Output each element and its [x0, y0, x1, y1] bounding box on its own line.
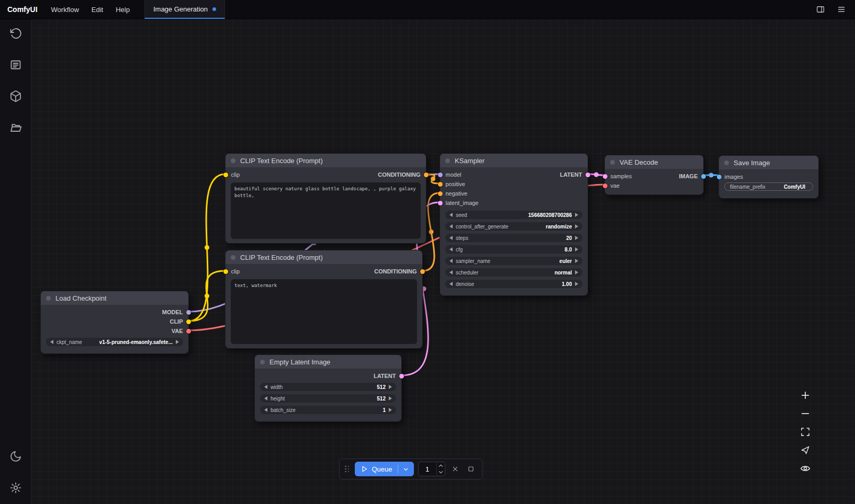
widget-scheduler[interactable]: scheduler normal: [445, 268, 582, 277]
input-clip[interactable]: clip: [231, 268, 240, 274]
output-latent[interactable]: LATENT: [374, 373, 396, 379]
clip-port-dot[interactable]: [186, 319, 191, 324]
widget-filename-prefix[interactable]: filename_prefix ComfyUI: [724, 182, 813, 191]
increment-arrow-icon[interactable]: [575, 224, 578, 228]
increment-arrow-icon[interactable]: [575, 259, 578, 263]
increment-arrow-icon[interactable]: [575, 247, 578, 251]
chevron-down-icon[interactable]: [402, 465, 410, 473]
output-conditioning[interactable]: CONDITIONING: [374, 268, 417, 274]
clip-port-dot[interactable]: [223, 173, 228, 177]
input-vae[interactable]: vae: [611, 182, 620, 189]
node-header[interactable]: KSampler: [440, 154, 588, 167]
collapse-dot[interactable]: [260, 360, 265, 364]
image-port-dot[interactable]: [717, 175, 722, 179]
collapse-dot[interactable]: [46, 296, 51, 301]
widget-denoise[interactable]: denoise 1.00: [445, 280, 582, 288]
widget-seed[interactable]: seed 156680208700286: [445, 211, 582, 219]
batch-count-value[interactable]: 1: [419, 462, 436, 476]
zoom-out-minus-icon[interactable]: [800, 408, 811, 419]
input-samples[interactable]: samples: [611, 173, 632, 179]
decrement-arrow-icon[interactable]: [264, 408, 267, 412]
node-clip-text-encode-negative[interactable]: CLIP Text Encode (Prompt) clip CONDITION…: [225, 250, 423, 349]
output-conditioning[interactable]: CONDITIONING: [378, 171, 420, 178]
settings-gear-icon[interactable]: [9, 481, 22, 495]
increment-arrow-icon[interactable]: [389, 385, 392, 389]
conditioning-port-dot[interactable]: [420, 269, 425, 274]
output-clip[interactable]: CLIP: [170, 318, 183, 325]
conditioning-port-dot[interactable]: [424, 173, 429, 177]
latent-port-dot[interactable]: [586, 173, 590, 177]
link-midpoint-dot[interactable]: [205, 245, 209, 250]
node-header[interactable]: CLIP Text Encode (Prompt): [226, 154, 426, 167]
conditioning-port-dot[interactable]: [438, 191, 443, 196]
input-positive[interactable]: positive: [446, 181, 465, 187]
decrement-arrow-icon[interactable]: [449, 236, 453, 240]
decrement-arrow-icon[interactable]: [449, 213, 453, 217]
prompt-textarea[interactable]: text, watermark: [231, 279, 417, 344]
node-header[interactable]: Load Checkpoint: [41, 291, 188, 305]
node-save-image[interactable]: Save Image images filename_prefix ComfyU…: [718, 155, 819, 199]
vae-port-dot[interactable]: [603, 184, 608, 188]
queue-button[interactable]: Queue: [355, 462, 414, 476]
output-image[interactable]: IMAGE: [679, 173, 698, 179]
widget-cfg[interactable]: cfg 8.0: [445, 245, 582, 254]
link-midpoint-dot[interactable]: [431, 177, 435, 181]
link-midpoint-dot[interactable]: [429, 230, 434, 234]
prompt-textarea[interactable]: beautiful scenery nature glass bottle la…: [231, 182, 421, 239]
workflow-history-icon[interactable]: [9, 27, 22, 40]
collapse-dot[interactable]: [231, 255, 235, 260]
input-images[interactable]: images: [725, 174, 743, 180]
menu-workflow[interactable]: Workflow: [45, 0, 85, 19]
workflows-folder-icon[interactable]: [9, 121, 22, 134]
menu-icon[interactable]: [836, 4, 847, 15]
batch-count-input[interactable]: 1: [418, 462, 445, 476]
decrement-arrow-icon[interactable]: [449, 259, 453, 263]
menu-help[interactable]: Help: [109, 0, 136, 19]
widget-steps[interactable]: steps 20: [445, 234, 582, 242]
model-port-dot[interactable]: [438, 173, 443, 177]
stop-square-icon[interactable]: [465, 463, 477, 475]
output-vae[interactable]: VAE: [172, 328, 183, 334]
latent-port-dot[interactable]: [603, 174, 608, 179]
tab-image-generation[interactable]: Image Generation: [144, 0, 225, 19]
link-midpoint-dot[interactable]: [205, 294, 209, 299]
clip-port-dot[interactable]: [223, 269, 228, 274]
widget-control-after-generate[interactable]: control_after_generate randomize: [445, 222, 582, 231]
widget-sampler-name[interactable]: sampler_name euler: [445, 257, 582, 265]
increment-arrow-icon[interactable]: [575, 236, 578, 240]
batch-decrement-button[interactable]: [437, 469, 445, 476]
clear-queue-x-icon[interactable]: [449, 463, 461, 475]
node-empty-latent-image[interactable]: Empty Latent Image LATENT width 512 heig…: [254, 354, 402, 422]
link-midpoint-dot[interactable]: [709, 173, 714, 178]
widget-batch-size[interactable]: batch_size 1: [260, 406, 396, 414]
latent-port-dot[interactable]: [438, 201, 443, 205]
input-latent-image[interactable]: latent_image: [446, 200, 479, 206]
increment-arrow-icon[interactable]: [575, 282, 578, 286]
decrement-arrow-icon[interactable]: [449, 270, 453, 274]
link-midpoint-dot[interactable]: [594, 173, 599, 177]
model-port-dot[interactable]: [186, 310, 191, 315]
model-library-icon[interactable]: [9, 89, 22, 103]
increment-arrow-icon[interactable]: [389, 396, 392, 400]
output-latent[interactable]: LATENT: [560, 171, 582, 178]
input-clip[interactable]: clip: [231, 171, 240, 178]
increment-arrow-icon[interactable]: [176, 340, 179, 344]
collapse-dot[interactable]: [610, 160, 615, 165]
vae-port-dot[interactable]: [186, 329, 191, 334]
node-graph-canvas[interactable]: Load Checkpoint MODEL CLIP VAE: [31, 19, 855, 504]
node-clip-text-encode-positive[interactable]: CLIP Text Encode (Prompt) clip CONDITION…: [225, 153, 426, 244]
node-header[interactable]: VAE Decode: [605, 155, 703, 169]
fit-view-icon[interactable]: [800, 426, 811, 438]
navigate-cursor-icon[interactable]: [800, 444, 811, 456]
input-negative[interactable]: negative: [446, 190, 467, 197]
latent-port-dot[interactable]: [399, 374, 404, 379]
collapse-dot[interactable]: [445, 158, 450, 163]
widget-ckpt-name[interactable]: ckpt_name v1-5-pruned-emaonly.safete...: [46, 338, 183, 346]
image-port-dot[interactable]: [701, 174, 706, 179]
batch-increment-button[interactable]: [437, 462, 445, 469]
panel-toggle-icon[interactable]: [815, 4, 826, 15]
node-header[interactable]: Save Image: [719, 156, 818, 169]
toggle-link-visibility-eye-icon[interactable]: [800, 463, 811, 474]
decrement-arrow-icon[interactable]: [449, 224, 453, 228]
drag-handle[interactable]: [345, 466, 350, 473]
